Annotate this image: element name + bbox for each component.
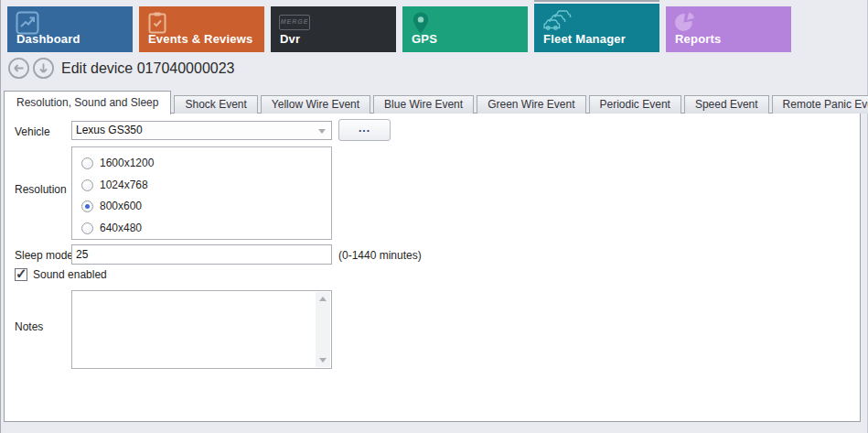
radio-option-800x600[interactable]: 800x600 [81,199,142,213]
scrollbar-up-button[interactable] [316,292,330,306]
arrow-down-icon [32,67,55,82]
checkbox-icon [15,268,27,281]
triangle-down-icon [319,358,327,363]
nav-tile-gps[interactable]: GPS [402,6,528,52]
dvr-logo-icon: MERGE [279,11,310,30]
nav-tile-label: Dvr [280,32,300,46]
notes-scrollbar[interactable] [316,292,330,367]
vehicle-browse-button[interactable]: ... [338,119,391,141]
expand-button[interactable] [32,57,55,80]
nav-tile-label: Dashboard [16,32,80,46]
tab-shock-event[interactable]: Shock Event [174,95,257,114]
radio-option-640x480[interactable]: 640x480 [81,221,142,235]
nav-tile-dvr[interactable]: MERGE Dvr [271,6,396,52]
sound-enabled-checkbox[interactable]: Sound enabled [15,268,107,281]
tab-remote-panic-event[interactable]: Remote Panic Event [772,95,868,114]
sleep-mode-hint: (0-1440 minutes) [338,249,422,262]
notes-textarea[interactable] [72,291,318,372]
nav-tile-label: Fleet Manager [543,32,626,46]
chevron-down-icon [318,129,326,134]
scrollbar-down-button[interactable] [316,353,330,367]
window-left-border [0,0,1,433]
tab-yellow-wire-event[interactable]: Yellow Wire Event [261,95,370,114]
radio-icon [81,200,93,212]
nav-tile-label: Reports [675,32,722,46]
tab-speed-event[interactable]: Speed Event [684,95,769,114]
arrow-left-icon [7,67,30,82]
radio-icon [81,179,93,191]
triangle-up-icon [319,297,327,301]
sleep-mode-label: Sleep mode [15,249,73,262]
tab-periodic-event[interactable]: Periodic Event [589,95,681,114]
notes-label: Notes [15,320,43,333]
vehicle-combobox[interactable]: Lexus GS350 [71,121,332,140]
vehicle-label: Vehicle [15,125,50,138]
tab-blue-wire-event[interactable]: Blue Wire Event [373,95,474,114]
tab-resolution-sound-sleep[interactable]: Resolution, Sound and Sleep [4,91,171,114]
nav-tile-label: GPS [412,32,437,46]
resolution-groupbox: 1600x1200 1024x768 800x600 640x480 [71,146,332,240]
radio-icon [81,157,93,169]
radio-option-1600x1200[interactable]: 1600x1200 [81,156,154,170]
notes-field [71,290,332,369]
back-button[interactable] [7,57,30,80]
nav-tile-dashboard[interactable]: Dashboard [7,6,133,52]
nav-tile-reports[interactable]: Reports [666,6,791,52]
device-settings-tabstrip: Resolution, Sound and Sleep Shock Event … [4,90,868,114]
nav-tile-label: Events & Reviews [148,32,252,46]
vehicle-value: Lexus GS350 [72,122,331,139]
nav-tile-events-reviews[interactable]: Events & Reviews [139,6,264,52]
page-title: Edit device 017040000023 [61,60,235,77]
tab-green-wire-event[interactable]: Green Wire Event [477,95,585,114]
nav-tile-fleet-manager[interactable]: Fleet Manager [534,4,659,52]
radio-icon [81,222,93,234]
radio-option-1024x768[interactable]: 1024x768 [81,178,148,192]
resolution-label: Resolution [15,183,67,196]
sleep-mode-input[interactable] [71,244,332,265]
resolution-sound-sleep-panel: Vehicle Lexus GS350 ... Resolution 1600x… [4,113,861,422]
